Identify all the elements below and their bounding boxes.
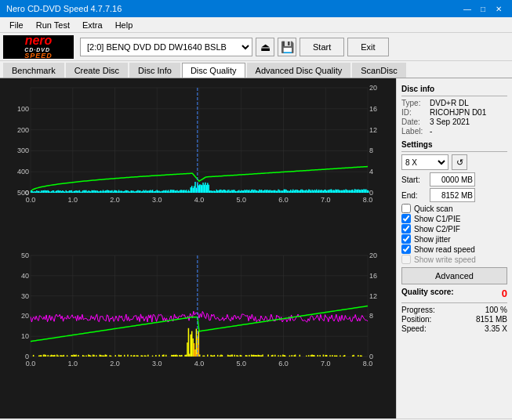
exit-button[interactable]: Exit [347, 38, 388, 56]
title-bar: Nero CD-DVD Speed 4.7.7.16 — □ ✕ [0, 0, 512, 17]
date-label: Date: [401, 118, 427, 126]
nero-logo: nero CD·DVD SPEED [3, 35, 74, 59]
end-label: End: [401, 191, 430, 200]
id-value: RICOHJPN D01 [430, 108, 486, 117]
tab-disc-quality[interactable]: Disc Quality [182, 63, 245, 78]
start-label: Start: [401, 176, 430, 184]
speed-row-progress: Speed: 3.35 X [401, 324, 507, 333]
id-label: ID: [401, 108, 427, 117]
main-content: Disc info Type: DVD+R DL ID: RICOHJPN D0… [0, 78, 512, 418]
speed-label: Speed: [401, 324, 427, 333]
quick-scan-row: Quick scan [401, 204, 507, 213]
tab-scan-disc[interactable]: ScanDisc [352, 63, 405, 78]
label-value: - [430, 127, 432, 136]
show-c2-checkbox[interactable] [401, 224, 411, 234]
menu-extra[interactable]: Extra [76, 19, 109, 31]
show-write-speed-row: Show write speed [401, 255, 507, 264]
tab-bar: Benchmark Create Disc Disc Info Disc Qua… [0, 61, 512, 78]
disc-date-row: Date: 3 Sep 2021 [401, 118, 507, 126]
toolbar: nero CD·DVD SPEED [2:0] BENQ DVD DD DW16… [0, 33, 512, 61]
start-input[interactable] [430, 172, 475, 186]
show-c1-checkbox[interactable] [401, 214, 411, 223]
show-jitter-label: Show jitter [414, 235, 451, 244]
progress-value: 100 % [485, 306, 507, 314]
window-controls: — □ ✕ [460, 2, 506, 15]
tab-create-disc[interactable]: Create Disc [66, 63, 128, 78]
minimize-button[interactable]: — [460, 2, 474, 15]
menu-run-test[interactable]: Run Test [30, 19, 76, 31]
progress-row: Progress: 100 % [401, 306, 507, 314]
quality-score-row: Quality score: 0 [401, 288, 507, 299]
show-c2-label: Show C2/PIF [414, 225, 460, 234]
right-panel: Disc info Type: DVD+R DL ID: RICOHJPN D0… [396, 78, 512, 418]
tab-disc-info[interactable]: Disc Info [129, 63, 180, 78]
save-button[interactable]: 💾 [278, 38, 296, 56]
disc-info-title: Disc info [401, 85, 507, 93]
disc-type-row: Type: DVD+R DL [401, 99, 507, 107]
show-read-speed-label: Show read speed [414, 245, 475, 254]
type-label: Type: [401, 99, 427, 107]
show-c1-label: Show C1/PIE [414, 215, 460, 223]
tab-benchmark[interactable]: Benchmark [3, 63, 64, 78]
disc-label-row: Label: - [401, 127, 507, 136]
position-row: Position: 8151 MB [401, 315, 507, 324]
maximize-button[interactable]: □ [476, 2, 490, 15]
quality-score-value: 0 [502, 288, 507, 299]
speed-row: 8 X ↺ [401, 154, 507, 170]
app-title: Nero CD-DVD Speed 4.7.7.16 [6, 4, 122, 13]
menu-help[interactable]: Help [109, 19, 140, 31]
progress-section: Progress: 100 % Position: 8151 MB Speed:… [401, 306, 507, 333]
position-label: Position: [401, 315, 431, 324]
close-button[interactable]: ✕ [492, 2, 506, 15]
date-value: 3 Sep 2021 [430, 118, 470, 126]
start-button[interactable]: Start [300, 38, 344, 56]
show-c1-row: Show C1/PIE [401, 214, 507, 223]
tab-advanced-disc-quality[interactable]: Advanced Disc Quality [247, 63, 351, 78]
menu-bar: File Run Test Extra Help [0, 17, 512, 33]
end-input[interactable] [430, 188, 475, 202]
show-jitter-checkbox[interactable] [401, 234, 411, 244]
speed-value: 3.35 X [485, 324, 507, 333]
position-value: 8151 MB [476, 315, 507, 324]
label-label: Label: [401, 127, 427, 136]
speed-select[interactable]: 8 X [401, 154, 448, 170]
disc-id-row: ID: RICOHJPN D01 [401, 108, 507, 117]
show-write-speed-checkbox[interactable] [401, 255, 411, 264]
progress-label: Progress: [401, 306, 435, 314]
show-c2-row: Show C2/PIF [401, 224, 507, 234]
show-read-speed-row: Show read speed [401, 244, 507, 254]
quick-scan-label: Quick scan [414, 205, 452, 213]
refresh-icon[interactable]: ↺ [452, 154, 467, 170]
show-jitter-row: Show jitter [401, 234, 507, 244]
show-read-speed-checkbox[interactable] [401, 244, 411, 254]
settings-title: Settings [401, 140, 507, 149]
quality-score-label: Quality score: [401, 288, 454, 299]
advanced-button[interactable]: Advanced [401, 267, 507, 284]
eject-button[interactable]: ⏏ [256, 38, 274, 56]
type-value: DVD+R DL [430, 99, 469, 107]
quick-scan-checkbox[interactable] [401, 204, 411, 213]
chart-area [0, 78, 396, 418]
end-input-row: End: [401, 188, 507, 202]
start-input-row: Start: [401, 172, 507, 186]
drive-select[interactable]: [2:0] BENQ DVD DD DW1640 BSLB [80, 38, 252, 56]
show-write-speed-label: Show write speed [414, 255, 476, 264]
menu-file[interactable]: File [3, 19, 30, 31]
